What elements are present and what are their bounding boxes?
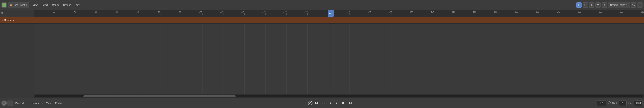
left-panel: ▼ Summary [0,10,34,98]
grid-line-250 [518,24,518,94]
grid-line-220 [455,24,455,94]
grid-line-90 [181,24,182,94]
svg-rect-3 [4,5,6,7]
svg-marker-34 [330,102,331,104]
editor-type-dropdown[interactable]: Dope Sheet ▼ [8,2,29,8]
scrollbar-track[interactable] [35,95,643,97]
svg-rect-38 [351,102,352,104]
svg-point-9 [10,5,11,6]
play-btn[interactable] [334,100,340,106]
record-btn[interactable] [308,101,312,106]
playhead-line [330,24,331,94]
end-label: End: [628,102,633,104]
grid-line-70 [139,24,139,94]
ruler-tick-110: 110 [223,10,224,15]
svg-marker-26 [10,103,11,104]
menu-view[interactable]: View [31,2,40,8]
bottom-menu: Playback Keying View Marker [14,100,64,106]
grid-line-100 [202,24,202,94]
grid-line-230 [476,24,476,94]
ruler-tick-80: 80 [160,10,160,15]
ruler-tick-230: 230 [476,10,476,15]
current-frame-display[interactable]: 161 [597,100,606,106]
start-label: Start: [612,102,618,104]
ruler-tick-130: 130 [265,10,266,15]
summary-row[interactable]: ▼ Summary [0,17,34,24]
prev-keyframe-btn[interactable] [321,100,326,106]
editor-type-chevron: ▼ [26,4,27,6]
menu-channel[interactable]: Channel [61,2,74,8]
sphere-chevron-btn[interactable] [8,100,13,106]
top-bar-right: Nearest Frame ▼ [576,2,642,8]
grid-line-20 [34,24,34,94]
menu-view-bottom[interactable]: View [44,100,53,106]
jump-end-btn[interactable] [348,100,353,106]
extra-options-btn[interactable] [637,2,642,8]
jump-start-btn[interactable] [314,100,319,106]
svg-line-21 [2,14,3,14]
svg-point-8 [11,4,12,5]
menu-marker[interactable]: Marker [50,2,61,8]
playback-chevron[interactable] [27,100,30,106]
svg-marker-19 [639,5,641,6]
grid-line-40 [76,24,76,94]
filter-down-btn[interactable] [602,2,607,8]
bottom-bar: Playback Keying View Marker [0,98,644,108]
svg-marker-10 [578,4,580,6]
select-box-btn[interactable] [583,2,588,8]
keying-chevron[interactable] [41,100,44,106]
svg-rect-1 [4,3,6,5]
menu-marker-bottom[interactable]: Marker [53,100,64,106]
editor-icon[interactable] [2,2,7,8]
ruler-tick-180: 180 [370,10,371,15]
grid-line-300 [623,24,623,94]
grid-line-130 [265,24,266,94]
render-sphere-icon[interactable] [2,100,7,106]
cursor-tool-btn[interactable] [576,2,582,8]
menu-key[interactable]: Key [74,2,82,8]
timeline-area: 2030405060708090100110120130140150170180… [34,10,644,98]
menu-keying[interactable]: Keying [30,100,41,106]
keyframe-area[interactable] [34,24,644,94]
svg-marker-33 [322,102,323,104]
ruler[interactable]: 2030405060708090100110120130140150170180… [34,10,644,17]
scrollbar-thumb[interactable] [84,95,236,97]
ruler-tick-70: 70 [139,10,139,15]
top-bar-left: Dope Sheet ▼ View Select Marker Channel … [2,2,81,8]
current-frame-indicator: 161 [328,10,334,17]
prev-frame-btn[interactable] [328,100,333,106]
next-frame-btn[interactable] [341,100,346,106]
ruler-tick-140: 140 [286,10,287,15]
ruler-tick-170: 170 [350,10,350,15]
menu-select[interactable]: Select [40,2,50,8]
wave-icon-btn[interactable] [631,2,636,8]
ruler-inner: 2030405060708090100110120130140150170180… [34,10,644,17]
menu-playback[interactable]: Playback [14,100,26,106]
end-frame-input[interactable]: 1000 [634,100,642,106]
grid-line-200 [413,24,413,94]
grid-line-240 [497,24,497,94]
svg-marker-31 [316,102,318,104]
ruler-tick-50: 50 [97,10,97,15]
summary-label: Summary [4,19,14,22]
grid-line-280 [581,24,581,94]
grid-line-270 [560,24,560,94]
grid-line-50 [97,24,97,94]
ruler-tick-30: 30 [55,10,55,15]
warning-btn[interactable] [589,2,594,8]
summary-timeline[interactable] [34,17,644,24]
ruler-tick-280: 280 [581,10,581,15]
search-input[interactable] [4,12,33,14]
svg-point-20 [2,12,3,14]
filter-btn[interactable] [596,2,600,8]
bottom-left: Playback Keying View Marker [2,100,64,106]
svg-rect-30 [315,102,316,104]
dope-sheet-icon [10,3,12,6]
ruler-tick-250: 250 [518,10,518,15]
nearest-frame-dropdown[interactable]: Nearest Frame ▼ [608,2,630,8]
ruler-tick-20: 20 [34,10,34,15]
search-bar [0,10,34,17]
nearest-frame-label: Nearest Frame [610,4,625,6]
start-frame-input[interactable]: 1 [619,100,626,106]
ruler-tick-220: 220 [455,10,455,15]
